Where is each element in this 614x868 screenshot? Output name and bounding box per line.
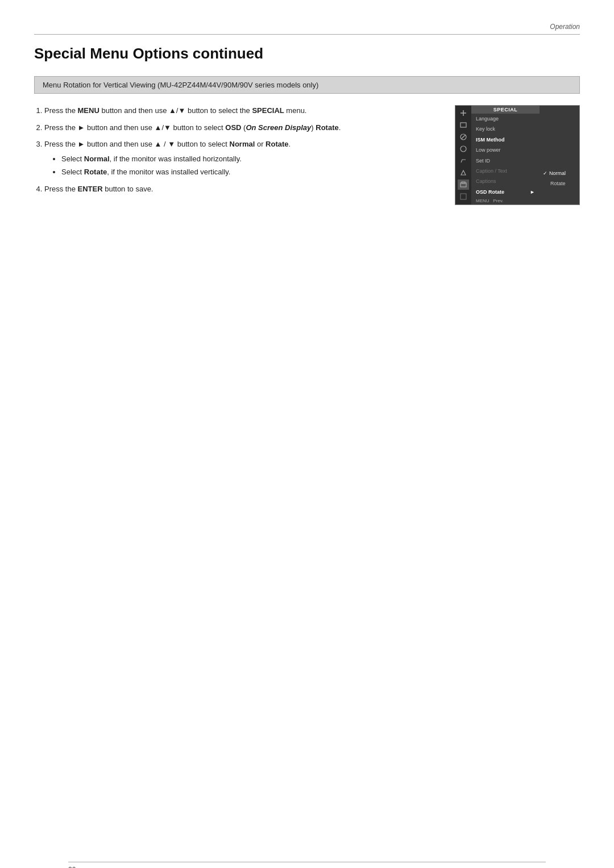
osd-item-setid: Set ID <box>471 156 540 166</box>
osd-screenshot: SPECIAL Language Key lock ISM Method Low… <box>455 105 580 205</box>
svg-line-4 <box>462 135 465 139</box>
osd-submenu-column: ✓ Normal Rotate <box>540 106 579 205</box>
osd-item-lowpower: Low power <box>471 145 540 155</box>
osd-item-caption-text: Caption / Text <box>471 166 540 176</box>
osd-icon-5 <box>458 156 469 166</box>
bullet-rotate: Select Rotate, if the monitor was instal… <box>61 166 438 178</box>
sub-bullets: Select Normal, if the monitor was instal… <box>61 153 438 178</box>
osd-sub-rotate: Rotate <box>540 178 579 189</box>
osd-icon-6 <box>458 168 469 178</box>
svg-point-5 <box>460 146 466 152</box>
footer-divider <box>68 862 546 862</box>
osd-item-keylock: Key lock <box>471 124 540 134</box>
svg-rect-9 <box>460 194 466 199</box>
osd-display: SPECIAL Language Key lock ISM Method Low… <box>455 105 580 205</box>
svg-marker-6 <box>461 170 466 175</box>
osd-icon-1 <box>458 108 469 118</box>
osd-item-captions: Captions <box>471 176 540 186</box>
section-banner: Menu Rotation for Vertical Viewing (MU-4… <box>34 76 580 94</box>
osd-menu-title: SPECIAL <box>471 106 540 114</box>
osd-item-ism: ISM Method <box>471 135 540 145</box>
osd-icons-column <box>455 106 471 205</box>
section-label: Operation <box>550 23 580 31</box>
osd-item-osd-rotate: OSD Rotate ► <box>471 187 540 197</box>
osd-item-language: Language <box>471 114 540 124</box>
step-4: Press the ENTER button to save. <box>44 183 438 195</box>
osd-icon-4 <box>458 144 469 154</box>
osd-menu-column: SPECIAL Language Key lock ISM Method Low… <box>471 106 540 205</box>
osd-icon-3 <box>458 132 469 142</box>
osd-icon-2 <box>458 120 469 130</box>
content-area: Press the MENU button and then use ▲/▼ b… <box>34 105 580 205</box>
step-3: Press the ► button and then use ▲ / ▼ bu… <box>44 139 438 178</box>
header-divider <box>34 34 580 35</box>
step-1: Press the MENU button and then use ▲/▼ b… <box>44 105 438 116</box>
step-2: Press the ► button and then use ▲/▼ butt… <box>44 122 438 133</box>
osd-sub-normal: ✓ Normal <box>540 168 579 178</box>
bullet-normal: Select Normal, if the monitor was instal… <box>61 153 438 165</box>
instructions-block: Press the MENU button and then use ▲/▼ b… <box>34 105 438 200</box>
page-number: 20 <box>68 866 76 868</box>
check-icon: ✓ <box>543 169 547 177</box>
osd-footer: MENU Prev. <box>471 197 540 205</box>
steps-list: Press the MENU button and then use ▲/▼ b… <box>44 105 438 194</box>
svg-rect-2 <box>460 123 466 127</box>
page-title: Special Menu Options continued <box>34 45 580 62</box>
osd-icon-7 <box>458 180 469 190</box>
osd-icon-8 <box>458 191 469 202</box>
